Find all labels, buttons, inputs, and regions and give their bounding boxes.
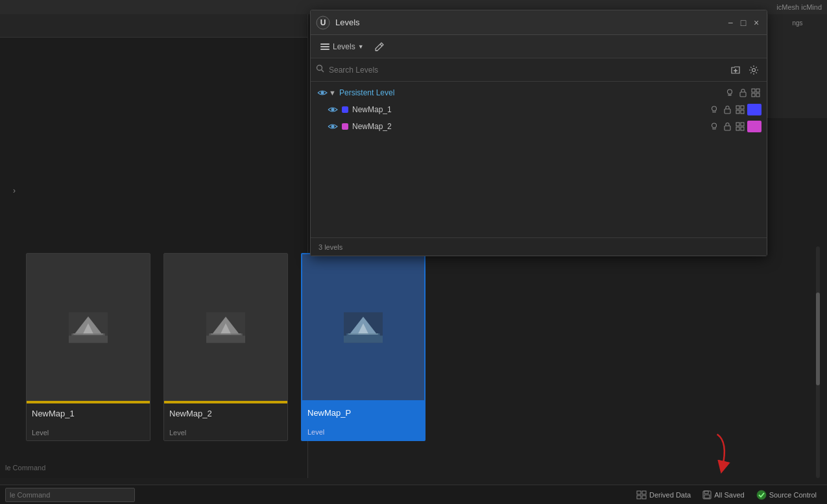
save-icon [702, 490, 712, 499]
status-bar: Derived Data All Saved Source Control [0, 485, 827, 504]
map-card-3-type: Level [307, 428, 419, 436]
close-button[interactable]: × [751, 18, 761, 28]
levels-dropdown-label: Levels [333, 42, 355, 51]
lock-icon-newmap1[interactable] [721, 104, 733, 115]
eye-icon-newmap1[interactable] [326, 103, 339, 116]
panel-titlebar: U Levels − □ × [311, 10, 767, 35]
svg-point-32 [728, 90, 732, 94]
map-card-1[interactable]: NewMap_1 Level [26, 253, 150, 441]
color-swatch-newmap1[interactable] [747, 104, 761, 115]
bulb-icon-persistent[interactable] [724, 87, 736, 99]
scrollbar[interactable] [815, 246, 821, 478]
bulb-icon-newmap2[interactable] [708, 121, 720, 132]
map-card-3-thumb [302, 254, 424, 400]
scroll-thumb[interactable] [816, 293, 820, 385]
map-card-1-thumb [27, 254, 150, 401]
edit-button[interactable] [370, 40, 389, 54]
settings-button[interactable] [746, 62, 761, 78]
levels-dropdown-button[interactable]: Levels ▼ [316, 40, 368, 54]
level-name-newmap2: NewMap_2 [352, 122, 708, 131]
map-card-2-thumb [164, 254, 287, 401]
svg-rect-18 [344, 335, 383, 342]
svg-rect-54 [642, 491, 646, 494]
color-dot-newmap1 [342, 106, 348, 113]
level-item-newmap2[interactable]: NewMap_2 [311, 118, 767, 135]
svg-text:U: U [320, 18, 326, 27]
map-card-1-info: NewMap_1 Level [27, 403, 150, 440]
source-control-button[interactable]: Source Control [751, 488, 822, 502]
svg-rect-6 [69, 335, 108, 342]
all-saved-label: All Saved [714, 491, 744, 499]
derived-data-label: Derived Data [649, 491, 691, 499]
cards-area: NewMap_1 Level NewMap_2 Level [0, 240, 827, 478]
svg-line-24 [380, 44, 382, 46]
levels-list: ▼ Persistent Level [311, 82, 767, 237]
svg-rect-17 [348, 333, 378, 335]
svg-rect-36 [756, 89, 760, 92]
svg-rect-12 [206, 335, 245, 342]
map-card-1-name: NewMap_1 [32, 409, 145, 418]
svg-rect-48 [725, 126, 730, 130]
search-actions [728, 62, 761, 78]
ue-logo-icon: U [316, 16, 330, 30]
newmap1-level-icons [708, 104, 761, 115]
scroll-track [816, 246, 820, 478]
top-bar-text: icMesh icMind [776, 3, 822, 11]
map-card-2-type: Level [169, 429, 282, 437]
expand-arrow[interactable]: › [6, 183, 22, 198]
close-icon: × [754, 18, 759, 28]
levels-count: 3 levels [318, 243, 342, 251]
svg-point-46 [331, 125, 335, 128]
svg-point-39 [331, 108, 335, 112]
level-item-persistent[interactable]: ▼ Persistent Level [311, 84, 767, 101]
svg-rect-43 [741, 106, 744, 109]
level-name-newmap1: NewMap_1 [352, 105, 708, 114]
minimize-button[interactable]: − [725, 18, 736, 28]
color-swatch-newmap2[interactable] [747, 121, 761, 132]
svg-rect-45 [741, 110, 744, 114]
maximize-button[interactable]: □ [738, 18, 749, 28]
derived-data-button[interactable]: Derived Data [631, 488, 696, 501]
grid-icon-persistent[interactable] [750, 87, 761, 99]
all-saved-button[interactable]: All Saved [697, 488, 749, 501]
eye-icon-newmap2[interactable] [326, 120, 339, 133]
command-input[interactable] [5, 488, 135, 502]
svg-rect-49 [736, 123, 739, 126]
svg-point-60 [757, 490, 766, 499]
bulb-icon-newmap1[interactable] [708, 104, 720, 115]
status-bar-left [5, 488, 631, 502]
svg-rect-23 [320, 49, 330, 50]
grid-icon-newmap2[interactable] [734, 121, 746, 132]
svg-rect-51 [736, 127, 739, 130]
eye-icon-persistent[interactable] [316, 86, 329, 99]
add-level-button[interactable] [728, 62, 743, 78]
svg-rect-22 [320, 46, 330, 47]
map-card-3[interactable]: NewMap_P Level [301, 253, 425, 441]
panel-title: Levels [335, 18, 723, 27]
level-name-persistent: Persistent Level [339, 88, 724, 97]
svg-rect-5 [73, 333, 103, 335]
source-control-label: Source Control [769, 491, 817, 499]
chevron-right-icon: › [13, 186, 16, 195]
svg-rect-52 [741, 127, 744, 130]
lock-icon-newmap2[interactable] [721, 121, 733, 132]
svg-point-40 [712, 106, 717, 111]
map-card-3-info: NewMap_P Level [302, 403, 424, 440]
svg-rect-38 [756, 93, 760, 97]
minimize-icon: − [728, 18, 733, 28]
source-control-icon [756, 490, 767, 500]
svg-point-31 [321, 91, 324, 95]
color-dot-newmap2 [342, 123, 348, 130]
lock-icon-persistent[interactable] [737, 87, 749, 99]
search-input[interactable] [329, 66, 724, 75]
panel-toolbar: Levels ▼ [311, 35, 767, 58]
map-card-2-info: NewMap_2 Level [164, 403, 287, 440]
svg-rect-41 [725, 109, 730, 114]
expand-arrow-persistent[interactable]: ▼ [329, 89, 339, 97]
svg-rect-59 [704, 495, 710, 498]
newmap2-level-icons [708, 121, 761, 132]
persistent-level-icons [724, 87, 761, 99]
map-card-2[interactable]: NewMap_2 Level [163, 253, 288, 441]
grid-icon-newmap1[interactable] [734, 104, 746, 115]
level-item-newmap1[interactable]: NewMap_1 [311, 101, 767, 118]
